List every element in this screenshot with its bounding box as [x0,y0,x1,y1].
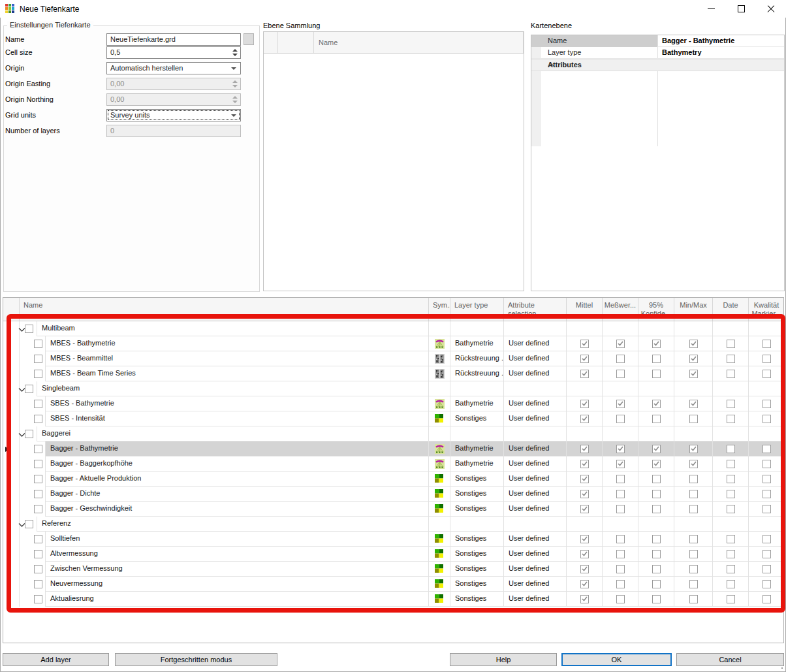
checkbox-unchecked[interactable] [652,415,661,423]
checkbox-checked[interactable] [580,370,589,378]
property-row-layer-type[interactable]: Layer type Bathymetry [531,47,784,59]
column-header-min-max[interactable]: Min/Max [674,298,712,321]
checkbox-checked[interactable] [616,445,625,453]
checkbox-checked[interactable] [580,505,589,513]
attributes-category-row[interactable]: Attributes [531,59,784,71]
checkbox-unchecked[interactable] [652,580,661,588]
checkbox-unchecked[interactable] [727,460,735,468]
checkbox-unchecked[interactable] [616,355,625,363]
checkbox-checked[interactable] [580,475,589,483]
tree-group-row[interactable]: Multibeam [3,321,783,336]
tree-layer-row[interactable]: Bagger - GeschwindigkeitSonstigesUser de… [3,502,783,517]
checkbox-checked[interactable] [580,400,589,408]
checkbox-unchecked[interactable] [762,490,771,498]
checkbox-unchecked[interactable] [762,340,771,348]
checkbox-unchecked[interactable] [689,490,698,498]
row-checkbox[interactable] [34,340,42,348]
spinner-buttons[interactable] [231,48,239,57]
checkbox-unchecked[interactable] [762,580,771,588]
tree-layer-row[interactable]: Bagger - Aktuelle ProduktionSonstigesUse… [3,472,783,487]
checkbox-checked[interactable] [580,565,589,573]
checkbox-checked[interactable] [652,460,661,468]
close-button[interactable] [756,0,786,18]
spinner-buttons[interactable] [231,95,239,104]
checkbox-unchecked[interactable] [616,475,625,483]
column-header-mittel[interactable]: Mittel [566,298,602,321]
tree-group-row[interactable]: Singlebeam [3,381,783,396]
checkbox-unchecked[interactable] [616,415,625,423]
checkbox-checked[interactable] [616,400,625,408]
input-number-of-layers[interactable]: 0 [106,125,241,137]
column-header-sym-[interactable]: Sym... [428,298,450,321]
row-checkbox[interactable] [25,520,33,528]
checkbox-checked[interactable] [689,370,698,378]
checkbox-unchecked[interactable] [727,595,735,603]
checkbox-unchecked[interactable] [762,565,771,573]
checkbox-unchecked[interactable] [652,370,661,378]
checkbox-checked[interactable] [580,490,589,498]
dropdown-grid-units[interactable]: Survey units [106,109,241,121]
checkbox-unchecked[interactable] [762,595,771,603]
checkbox-unchecked[interactable] [727,340,735,348]
spin-up-icon[interactable] [232,80,238,83]
column-header-name[interactable]: Name [19,298,428,321]
checkbox-unchecked[interactable] [762,550,771,558]
row-checkbox[interactable] [34,475,42,483]
tree-group-row[interactable]: Referenz [3,517,783,532]
row-checkbox[interactable] [34,595,42,603]
checkbox-unchecked[interactable] [727,475,735,483]
checkbox-unchecked[interactable] [727,490,735,498]
checkbox-unchecked[interactable] [616,565,625,573]
row-checkbox[interactable] [34,460,42,468]
checkbox-unchecked[interactable] [762,535,771,543]
checkbox-unchecked[interactable] [762,475,771,483]
checkbox-unchecked[interactable] [652,595,661,603]
checkbox-unchecked[interactable] [652,535,661,543]
checkbox-unchecked[interactable] [652,550,661,558]
checkbox-unchecked[interactable] [689,415,698,423]
tree-layer-row[interactable]: SBES - BathymetrieBathymetrieUser define… [3,396,783,411]
checkbox-unchecked[interactable] [616,370,625,378]
checkbox-checked[interactable] [689,340,698,348]
checkbox-unchecked[interactable] [616,490,625,498]
checkbox-checked[interactable] [580,580,589,588]
checkbox-checked[interactable] [580,595,589,603]
checkbox-checked[interactable] [580,415,589,423]
spin-down-icon[interactable] [232,54,238,56]
row-checkbox[interactable] [34,415,42,423]
input-origin-easting[interactable]: 0,00 [106,78,241,90]
add-layer-button[interactable]: Add layer [3,653,109,666]
collection-table-body[interactable] [264,54,524,291]
checkbox-unchecked[interactable] [762,505,771,513]
checkbox-checked[interactable] [580,340,589,348]
checkbox-unchecked[interactable] [727,415,735,423]
checkbox-unchecked[interactable] [652,565,661,573]
checkbox-checked[interactable] [580,460,589,468]
checkbox-checked[interactable] [689,400,698,408]
tree-layer-row[interactable]: NeuvermessungSonstigesUser defined [3,577,783,592]
checkbox-unchecked[interactable] [616,505,625,513]
tree-layer-row[interactable]: SBES - IntensitätSonstigesUser defined [3,411,783,426]
checkbox-unchecked[interactable] [727,505,735,513]
checkbox-unchecked[interactable] [762,370,771,378]
checkbox-unchecked[interactable] [689,505,698,513]
row-checkbox[interactable] [34,400,42,408]
checkbox-unchecked[interactable] [727,445,735,453]
checkbox-unchecked[interactable] [727,535,735,543]
cancel-button[interactable]: Cancel [676,653,784,666]
tree-layer-row[interactable]: Bagger - DichteSonstigesUser defined [3,487,783,502]
tree-layer-row[interactable]: MBES - BeammittelRückstreuung ...User de… [3,351,783,366]
tree-layer-row[interactable]: Zwischen VermessungSonstigesUser defined [3,562,783,577]
browse-button[interactable] [244,33,254,45]
column-header-me-wer-[interactable]: Meßwer... [602,298,638,321]
checkbox-checked[interactable] [616,340,625,348]
checkbox-checked[interactable] [689,355,698,363]
column-header-attribute[interactable]: Attribute selection [503,298,566,321]
tree-layer-row[interactable]: MBES - BathymetrieBathymetrieUser define… [3,336,783,351]
checkbox-checked[interactable] [616,460,625,468]
spinner-buttons[interactable] [231,79,239,89]
checkbox-unchecked[interactable] [727,355,735,363]
row-checkbox[interactable] [34,490,42,498]
checkbox-checked[interactable] [580,445,589,453]
checkbox-unchecked[interactable] [762,400,771,408]
